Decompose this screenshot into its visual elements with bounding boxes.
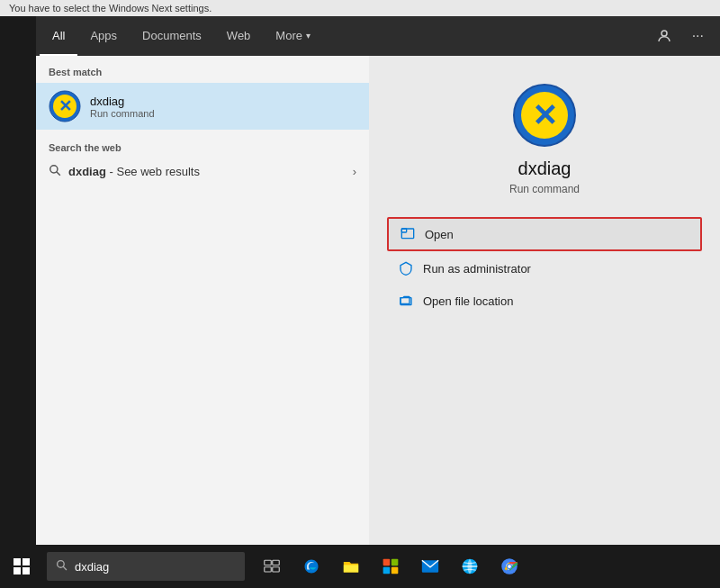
tabs-right: ··· (649, 16, 716, 56)
more-chevron-icon: ▾ (306, 31, 310, 41)
dxdiag-icon-small: ✕ (49, 90, 81, 122)
taskbar: dxdiag (0, 545, 720, 588)
left-panel: Best match ✕ dxdiag Run command Search t… (36, 56, 369, 547)
result-sub: Run command (90, 108, 155, 119)
result-item-dxdiag[interactable]: ✕ dxdiag Run command (36, 83, 369, 130)
svg-rect-10 (401, 229, 413, 239)
taskbar-search-icon (56, 559, 68, 574)
tabs-left: All Apps Documents Web More ▾ (40, 16, 323, 56)
search-content: Best match ✕ dxdiag Run command Search t… (36, 56, 720, 547)
tab-apps[interactable]: Apps (77, 16, 130, 56)
web-label: Search the web (49, 142, 356, 153)
tab-documents[interactable]: Documents (130, 16, 214, 56)
svg-point-27 (508, 565, 511, 568)
svg-rect-20 (383, 567, 391, 574)
open-file-location-label: Open file location (423, 294, 513, 308)
svg-point-12 (58, 561, 65, 568)
task-view-button[interactable] (254, 545, 290, 588)
tab-more[interactable]: More ▾ (263, 16, 323, 56)
taskbar-icons (254, 545, 527, 588)
svg-point-4 (50, 166, 58, 173)
right-panel: ✕ dxdiag Run command Open (369, 56, 720, 547)
action-open[interactable]: Open (387, 217, 702, 251)
msn-button[interactable] (452, 545, 488, 588)
result-text: dxdiag Run command (90, 95, 155, 119)
svg-text:✕: ✕ (532, 98, 557, 132)
svg-rect-17 (273, 567, 280, 572)
result-name: dxdiag (90, 95, 155, 108)
best-match-label: Best match (36, 67, 369, 83)
ellipsis-icon-button[interactable]: ··· (685, 24, 711, 48)
web-query-text: dxdiag - See web results (68, 165, 200, 178)
run-admin-label: Run as administrator (423, 262, 531, 276)
windows-logo-icon (14, 558, 30, 574)
app-subtitle: Run command (509, 183, 580, 195)
app-title: dxdiag (518, 158, 572, 179)
svg-rect-16 (265, 567, 272, 572)
action-run-as-admin[interactable]: Run as administrator (387, 253, 702, 284)
store-button[interactable] (373, 545, 409, 588)
file-explorer-button[interactable] (333, 545, 369, 588)
action-list: Open Run as administrator (369, 217, 720, 316)
chrome-button[interactable] (491, 545, 527, 588)
svg-line-13 (63, 566, 67, 570)
open-label: Open (425, 228, 454, 241)
folder-icon (398, 293, 414, 309)
svg-rect-18 (383, 559, 391, 566)
taskbar-search-text: dxdiag (75, 560, 109, 574)
svg-rect-14 (265, 560, 272, 565)
svg-rect-15 (273, 560, 280, 565)
shield-icon (398, 260, 414, 276)
web-search-row[interactable]: dxdiag - See web results › (49, 160, 356, 183)
taskbar-search-box[interactable]: dxdiag (47, 552, 245, 581)
search-tabs: All Apps Documents Web More ▾ ··· (36, 16, 720, 56)
edge-browser-button[interactable] (293, 545, 329, 588)
mail-button[interactable] (412, 545, 448, 588)
svg-line-5 (57, 172, 60, 176)
svg-point-0 (662, 31, 667, 36)
user-icon-button[interactable] (649, 24, 680, 48)
open-icon (400, 226, 416, 242)
tab-all[interactable]: All (40, 16, 77, 56)
action-open-file-location[interactable]: Open file location (387, 285, 702, 316)
search-icon (49, 164, 61, 179)
start-button[interactable] (0, 545, 43, 588)
hint-bar: You have to select the Windows Next sett… (0, 0, 720, 16)
search-panel: All Apps Documents Web More ▾ ··· (36, 16, 720, 547)
dxdiag-icon-large: ✕ (512, 83, 577, 148)
svg-text:✕: ✕ (58, 97, 72, 115)
svg-rect-19 (392, 559, 399, 566)
hint-text: You have to select the Windows Next sett… (9, 3, 212, 14)
web-arrow-icon: › (353, 165, 356, 178)
web-section: Search the web dxdiag - See web results … (36, 130, 369, 188)
svg-rect-21 (392, 567, 399, 574)
tab-web[interactable]: Web (214, 16, 264, 56)
